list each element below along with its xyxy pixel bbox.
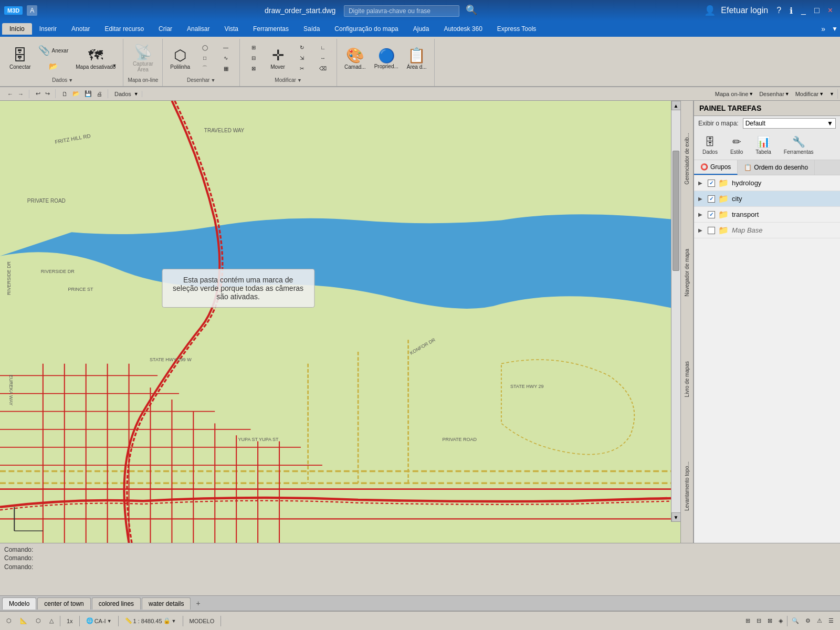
tab-editar-recurso[interactable]: Editar recurso — [97, 23, 151, 35]
mapa-desativado-button[interactable]: 🗺 Mapa desativado ▼ — [72, 42, 119, 76]
show-map-dropdown[interactable]: Default ▼ — [743, 118, 836, 129]
status-tool2[interactable]: 📐 — [18, 616, 29, 625]
status-tool4[interactable]: △ — [47, 616, 56, 625]
scale-btn[interactable]: ⇲ — [292, 52, 311, 63]
search-icon[interactable]: 🔍 — [466, 5, 477, 15]
layer-transport[interactable]: ▶ 📁 transport — [694, 207, 840, 223]
hydrology-checkbox[interactable] — [708, 180, 715, 187]
status-icon-btn-7[interactable]: ⚠ — [815, 616, 824, 625]
tool-estilo-button[interactable]: ✏ Estilo — [726, 134, 747, 156]
rotate-btn[interactable]: ↻ — [292, 42, 311, 52]
anexar2-button[interactable]: 📂 — [36, 59, 71, 74]
status-scale-item[interactable]: 1x — [65, 617, 75, 625]
modificar-sec-arrow[interactable]: ▼ — [819, 91, 824, 97]
status-icon-btn-1[interactable]: ⊞ — [743, 616, 752, 625]
tab-ajuda[interactable]: Ajuda — [406, 23, 437, 35]
fillet-btn[interactable]: ∟ — [313, 42, 332, 52]
tab-grupos[interactable]: ⭕ Grupos — [694, 160, 738, 175]
status-icon-btn-8[interactable]: ☰ — [826, 616, 836, 625]
tab-ordem-desenho[interactable]: 📋 Ordem do desenho — [738, 160, 815, 175]
tab-inserir[interactable]: Inserir — [32, 23, 64, 35]
city-checkbox[interactable] — [708, 195, 715, 203]
layer-city[interactable]: ▶ 📁 city — [694, 191, 840, 207]
back-button[interactable]: ← — [5, 90, 15, 98]
arc-btn[interactable]: ⌒ — [195, 63, 214, 74]
side-label-navegador[interactable]: Navegador de mapa — [684, 247, 690, 299]
tab-colored-lines[interactable]: colored lines — [92, 597, 141, 610]
dados-sec-arrow[interactable]: ▼ — [134, 91, 139, 97]
dados-dropdown-icon[interactable]: ▼ — [68, 78, 73, 83]
search-input[interactable] — [344, 5, 459, 17]
desenhar-sec-arrow[interactable]: ▼ — [785, 91, 790, 97]
align-btn[interactable]: ⊟ — [244, 52, 263, 63]
tab-analisar[interactable]: Analisar — [180, 23, 217, 35]
close-button[interactable]: × — [825, 5, 836, 16]
status-coord-system[interactable]: 🌐 CA-I ▼ — [84, 616, 114, 625]
line-btn[interactable]: — — [216, 42, 235, 52]
scroll-up-button[interactable]: ▲ — [671, 101, 681, 110]
ribbon-expand-icon[interactable]: » — [817, 23, 830, 35]
tab-ferramentas[interactable]: Ferramentas — [246, 23, 296, 35]
desenhar-dropdown-icon[interactable]: ▼ — [211, 78, 215, 83]
mapbase-checkbox[interactable] — [708, 227, 715, 234]
command-input-field[interactable] — [35, 563, 836, 571]
open-button[interactable]: 📂 — [70, 89, 82, 98]
map-area[interactable]: FRITZ HILL RD TRAVELED WAY PRIVATE ROAD … — [0, 101, 680, 543]
new-button[interactable]: 🗋 — [60, 90, 70, 98]
status-icon-btn-4[interactable]: ◈ — [776, 616, 785, 625]
polilinha-button[interactable]: ⬡ Polilinha — [167, 42, 193, 76]
circle-btn[interactable]: ◯ — [195, 42, 214, 52]
forward-button[interactable]: → — [16, 90, 26, 98]
erase-btn[interactable]: ⌫ — [313, 63, 332, 74]
tool-ferramentas-button[interactable]: 🔧 Ferramentas — [780, 134, 818, 156]
rect-btn[interactable]: □ — [195, 52, 214, 63]
spline-btn[interactable]: ∿ — [216, 52, 235, 63]
status-icon-btn-2[interactable]: ⊟ — [754, 616, 763, 625]
redo-button[interactable]: ↪ — [43, 89, 52, 98]
minimize-button[interactable]: _ — [798, 5, 809, 16]
layer-map-base[interactable]: ▶ 📁 Map Base — [694, 223, 840, 238]
ribbon-arrow-icon[interactable]: ▼ — [832, 25, 838, 33]
tab-autodesk360[interactable]: Autodesk 360 — [436, 23, 489, 35]
conectar-button[interactable]: 🗄 Conectar — [6, 42, 34, 76]
scroll-down-button[interactable]: ▼ — [671, 512, 681, 522]
undo-button[interactable]: ↩ — [34, 89, 43, 98]
maximize-button[interactable]: □ — [811, 5, 823, 16]
tab-express-tools[interactable]: Express Tools — [490, 23, 543, 35]
hatch-btn[interactable]: ▦ — [216, 63, 235, 74]
side-label-livro[interactable]: Livro de mapas — [684, 359, 690, 399]
tab-modelo[interactable]: Modelo — [2, 597, 36, 610]
hydrology-expand[interactable]: ▶ — [698, 180, 705, 186]
fit-btn[interactable]: ⊠ — [244, 63, 263, 74]
side-label-levantamento[interactable]: Levantamento topo... — [684, 459, 690, 513]
mapbase-expand[interactable]: ▶ — [698, 227, 705, 233]
scroll-thumb[interactable] — [673, 151, 679, 271]
layer-hydrology[interactable]: ▶ 📁 hydrology — [694, 175, 840, 191]
info-button[interactable]: ℹ — [786, 5, 796, 17]
propriedades-button[interactable]: 🔵 Propried... — [371, 42, 402, 76]
status-tool1[interactable]: ⬡ — [4, 616, 14, 625]
map-scrollbar-vertical[interactable]: ▲ ▼ — [671, 101, 680, 522]
status-icon-btn-6[interactable]: ⚙ — [803, 616, 813, 625]
grid-btn[interactable]: ⊞ — [244, 42, 263, 52]
transport-checkbox[interactable] — [708, 211, 715, 218]
tab-water-details[interactable]: water details — [142, 597, 191, 610]
tool-tabela-button[interactable]: 📊 Tabela — [751, 134, 775, 156]
area-button[interactable]: 📋 Área d... — [404, 42, 430, 76]
side-label-gerenciador[interactable]: Gerenciador de exib... — [684, 131, 690, 186]
city-expand[interactable]: ▶ — [698, 196, 705, 202]
login-button[interactable]: Efetuar login — [718, 5, 771, 16]
modificar-dropdown-icon[interactable]: ▼ — [297, 78, 302, 83]
status-ratio[interactable]: 📏 1 : 8480.45 🔒 ▼ — [123, 616, 178, 625]
tab-criar[interactable]: Criar — [151, 23, 180, 35]
tool-dados-button[interactable]: 🗄 Dados — [698, 134, 722, 156]
tab-inicio[interactable]: Início — [2, 23, 32, 35]
tab-center-of-town[interactable]: center of town — [37, 597, 90, 610]
camadas-button[interactable]: 🎨 Camad... — [341, 42, 369, 76]
tab-vista[interactable]: Vista — [217, 23, 245, 35]
status-icon-btn-3[interactable]: ⊠ — [765, 616, 774, 625]
print-button[interactable]: 🖨 — [94, 90, 104, 98]
status-modelo[interactable]: MODELO — [187, 617, 217, 625]
tab-anotar[interactable]: Anotar — [64, 23, 97, 35]
mover-button[interactable]: ✛ Mover — [265, 42, 290, 76]
